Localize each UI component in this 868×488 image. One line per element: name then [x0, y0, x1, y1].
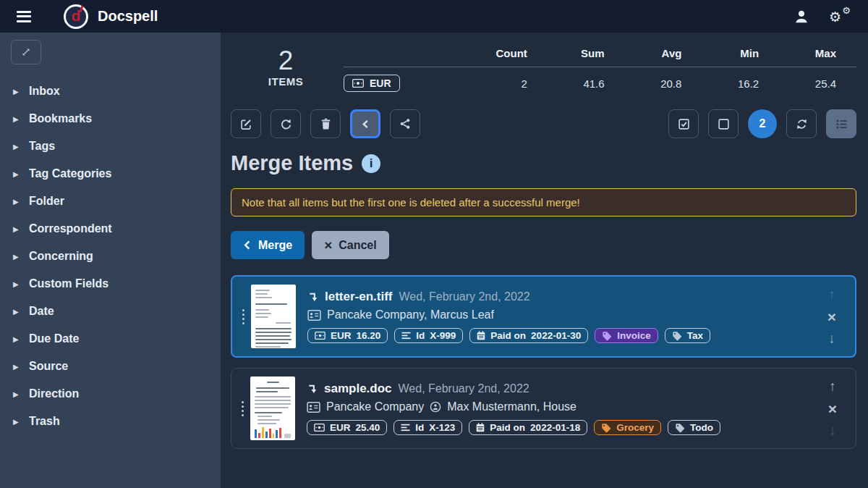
sidebar: ▶Inbox ▶Bookmarks ▶Tags ▶Tag Categories …	[0, 33, 221, 488]
address-card-icon	[307, 310, 321, 321]
sidebar-item-custom-fields[interactable]: ▶Custom Fields	[0, 270, 221, 298]
item-date: Wed, February 2nd, 2022	[399, 290, 530, 303]
thumbnail-bar-chart	[255, 426, 291, 438]
expand-diagonal-icon	[20, 46, 32, 58]
tag-badge: Todo	[668, 420, 720, 435]
person-circle-icon	[430, 401, 441, 413]
caret-right-icon: ▶	[13, 418, 29, 426]
merge-item-list: letter-en.tiff Wed, February 2nd, 2022 P…	[231, 275, 856, 449]
remove-item-button[interactable]: ×	[828, 401, 837, 416]
item-correspondent: Pancake Company	[326, 400, 424, 413]
sidebar-item-correspondent[interactable]: ▶Correspondent	[0, 215, 221, 243]
item-toolbar: 2	[231, 109, 856, 138]
sidebar-item-tags[interactable]: ▶Tags	[0, 132, 221, 160]
info-icon[interactable]: i	[362, 154, 380, 173]
sidebar-item-inbox[interactable]: ▶Inbox	[0, 77, 221, 105]
bars-icon	[401, 332, 411, 340]
caret-right-icon: ▶	[13, 335, 29, 343]
item-thumbnail[interactable]	[251, 285, 296, 348]
id-badge: Id X-999	[394, 328, 463, 343]
deselect-all-button[interactable]	[708, 109, 739, 138]
currency-chip: EUR	[344, 75, 400, 92]
sidebar-expand-button[interactable]	[11, 40, 41, 64]
item-correspondent: Pancake Company, Marcus Leaf	[327, 308, 494, 321]
paid-date-badge: Paid on 2022-01-18	[469, 420, 587, 435]
page-title: Merge Items	[231, 151, 353, 175]
selected-count-badge: 2	[748, 109, 777, 138]
tag-icon	[601, 423, 611, 433]
list-view-button[interactable]	[826, 109, 856, 138]
main-content: 2 ITEMS Count Sum Avg Min Max EUR 2 41.	[221, 33, 868, 488]
stats-col-min: Min	[702, 41, 779, 67]
sidebar-item-date[interactable]: ▶Date	[0, 298, 221, 325]
square-icon	[718, 118, 730, 130]
drag-handle-icon[interactable]	[238, 309, 248, 324]
stats-value-count: 2	[470, 69, 548, 97]
item-thumbnail[interactable]	[250, 376, 295, 440]
caret-right-icon: ▶	[13, 170, 29, 178]
stats-panel: 2 ITEMS Count Sum Avg Min Max EUR 2 41.	[231, 41, 856, 98]
drag-handle-icon[interactable]	[237, 401, 247, 416]
sidebar-item-trash[interactable]: ▶Trash	[0, 408, 221, 435]
item-concerning: Max Mustermann, House	[447, 400, 576, 413]
sidebar-item-tag-categories[interactable]: ▶Tag Categories	[0, 160, 221, 188]
check-square-icon	[678, 118, 690, 130]
redo-button[interactable]	[271, 109, 301, 138]
item-filename[interactable]: letter-en.tiff	[325, 290, 393, 304]
stats-col-avg: Avg	[625, 41, 702, 67]
bars-icon	[401, 424, 410, 432]
money-bill-icon	[314, 424, 325, 432]
merge-item-card-1[interactable]: letter-en.tiff Wed, February 2nd, 2022 P…	[231, 275, 856, 358]
item-count-block: 2 ITEMS	[231, 41, 341, 98]
caret-right-icon: ▶	[13, 225, 29, 233]
item-count-label: ITEMS	[231, 75, 341, 88]
sidebar-item-direction[interactable]: ▶Direction	[0, 380, 221, 408]
stats-value-max: 25.4	[779, 69, 856, 97]
sync-icon	[796, 118, 808, 130]
merge-confirm-button[interactable]: Merge	[231, 231, 305, 259]
redo-icon	[280, 118, 292, 130]
tag-icon	[602, 331, 612, 341]
settings-gears-icon[interactable]: ⚙⚙	[829, 8, 849, 25]
cancel-button[interactable]: × Cancel	[312, 231, 389, 259]
item-filename[interactable]: sample.doc	[324, 382, 392, 396]
remove-item-button[interactable]: ×	[827, 309, 836, 324]
money-bill-icon	[352, 79, 364, 88]
merge-warning-note: Note that all items but the first one is…	[231, 188, 856, 216]
refresh-button[interactable]	[786, 109, 817, 138]
merge-item-card-2[interactable]: sample.doc Wed, February 2nd, 2022 Panca…	[231, 368, 856, 449]
top-bar: d Docspell ⚙⚙	[0, 0, 868, 33]
tag-badge: Tax	[665, 328, 710, 343]
stats-value-min: 16.2	[702, 69, 779, 97]
sidebar-item-bookmarks[interactable]: ▶Bookmarks	[0, 105, 221, 132]
sidebar-item-source[interactable]: ▶Source	[0, 353, 221, 380]
stats-col-max: Max	[779, 41, 856, 67]
edit-button[interactable]	[231, 109, 261, 138]
edit-icon	[240, 118, 252, 130]
app-title: Docspell	[98, 8, 158, 25]
merge-button-toolbar[interactable]	[350, 109, 380, 138]
caret-right-icon: ▶	[13, 280, 29, 288]
delete-button[interactable]	[310, 109, 341, 138]
sidebar-item-concerning[interactable]: ▶Concerning	[0, 243, 221, 270]
move-up-button[interactable]: ↑	[828, 287, 835, 301]
chevron-left-icon	[243, 240, 252, 250]
tag-icon	[675, 423, 685, 433]
share-button[interactable]	[390, 109, 420, 138]
caret-right-icon: ▶	[13, 115, 29, 123]
tag-icon	[672, 331, 682, 341]
sidebar-item-folder[interactable]: ▶Folder	[0, 188, 221, 215]
caret-right-icon: ▶	[13, 253, 29, 261]
move-down-button[interactable]: ↓	[828, 332, 835, 345]
menu-hamburger-icon[interactable]	[14, 9, 33, 24]
caret-right-icon: ▶	[13, 390, 29, 398]
select-all-button[interactable]	[668, 109, 699, 138]
sidebar-item-due-date[interactable]: ▶Due Date	[0, 325, 221, 353]
calendar-icon	[476, 423, 485, 432]
move-up-button[interactable]: ↑	[829, 379, 836, 393]
merge-chevron-icon	[360, 119, 371, 130]
move-down-button[interactable]: ↓	[829, 424, 836, 437]
tag-badge: Invoice	[595, 328, 658, 343]
user-icon[interactable]	[793, 8, 810, 25]
paid-date-badge: Paid on 2022-01-30	[469, 328, 588, 343]
